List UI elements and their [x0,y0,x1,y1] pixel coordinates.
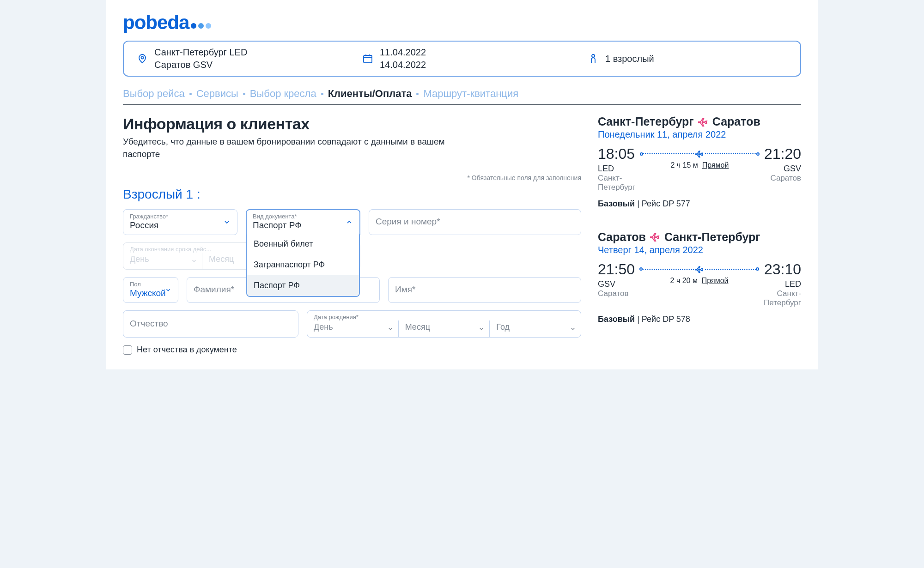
segment-date: Понедельник 11, апреля 2022 [598,129,801,140]
arrival-code: GSV [764,164,801,174]
dropdown-option-selected[interactable]: Паспорт РФ [247,275,359,296]
dob-year-select[interactable]: Год [489,320,581,337]
logo-dot-icon [206,23,211,29]
segment-date: Четверг 14, апреля 2022 [598,245,801,255]
flight-segment: Саратов Санкт-Петербург Четверг 14, апре… [598,230,801,324]
field-label: Дата рождения* [307,311,581,320]
search-to: Саратов GSV [154,60,247,70]
checkbox-icon [123,345,132,355]
stops-link[interactable]: Прямой [702,161,729,169]
fare-name: Базовый [598,199,635,208]
document-type-dropdown: Военный билет Загранпаспорт РФ Паспорт Р… [246,234,360,297]
crumb-step: Маршрут-квитанция [423,88,518,100]
logo-dot-icon [198,23,204,29]
plane-icon [650,231,661,242]
dropdown-option[interactable]: Военный билет [247,234,359,254]
departure-code: GSV [598,279,635,289]
search-date-out: 11.04.2022 [380,47,426,58]
route-line-icon [640,149,760,158]
required-hint: * Обязательные поля для заполнения [123,174,581,181]
search-date-back: 14.04.2022 [380,60,426,70]
gender-select[interactable]: Пол Мужской [123,277,178,303]
departure-city: Саратов [598,289,635,298]
crumb-separator-icon [189,93,192,95]
chevron-down-icon [478,326,485,332]
calendar-icon [362,53,373,64]
field-placeholder: Серия и номер* [376,217,574,227]
dob-day-select[interactable]: День [307,320,398,337]
field-value: Паспорт РФ [253,220,353,230]
field-value: Россия [130,220,231,230]
chevron-down-icon [165,287,171,293]
fare-name: Базовый [598,314,635,324]
document-type-select[interactable]: Вид документа* Паспорт РФ Военный билет … [246,209,360,235]
svg-point-0 [141,57,144,59]
segment-from-city: Санкт-Петербург [598,115,694,128]
departure-time: 18:05 [598,146,635,161]
segment-to-city: Санкт-Петербург [664,230,760,244]
document-number-input[interactable]: Серия и номер* [369,209,581,235]
departure-time: 21:50 [598,262,635,277]
firstname-input[interactable]: Имя* [388,277,581,303]
crumb-step-active: Клиенты/Оплата [328,88,412,100]
citizenship-select[interactable]: Гражданство* Россия [123,209,237,235]
svg-point-2 [592,54,595,57]
field-placeholder: Отчество [130,319,292,329]
route-line-icon [639,265,759,274]
flight-segment: Санкт-Петербург Саратов Понедельник 11, … [598,115,801,209]
crumb-step[interactable]: Выбор рейса [123,88,185,100]
search-pax: 1 взрослый [605,54,654,64]
departure-code: LED [598,164,635,174]
stops-link[interactable]: Прямой [702,277,729,284]
arrival-city: Саратов [764,174,801,183]
departure-city: Санкт-Петербург [598,174,635,193]
chevron-down-icon [223,218,231,226]
arrival-time: 21:20 [764,146,801,161]
page-title: Информация о клиентах [123,115,581,133]
no-patronymic-checkbox[interactable]: Нет отчества в документе [123,345,581,355]
plane-icon [698,116,709,127]
location-pin-icon [137,53,148,64]
dob-month-select[interactable]: Месяц [398,320,490,337]
dob-date-group: Дата рождения* День Месяц Год [307,310,581,338]
expiry-day-select: День [123,253,202,269]
arrival-city: Санкт-Петербург [764,289,801,308]
field-label: Гражданство* [130,213,231,220]
progress-breadcrumb: Выбор рейса Сервисы Выбор кресла Клиенты… [123,88,801,100]
chevron-down-icon [387,326,394,332]
checkbox-label: Нет отчества в документе [137,345,237,355]
itinerary-sidebar: Санкт-Петербург Саратов Понедельник 11, … [598,115,801,335]
search-dates-cell[interactable]: 11.04.2022 14.04.2022 [349,47,575,70]
field-placeholder: Имя* [395,284,574,295]
field-label: Вид документа* [253,213,353,220]
segment-to-city: Саратов [712,115,760,128]
logo-text: pobeda [123,13,189,32]
search-pax-cell[interactable]: 1 взрослый [575,47,800,70]
patronymic-input[interactable]: Отчество [123,310,298,338]
logo-dot-icon [191,23,196,29]
chevron-down-icon [570,326,576,332]
search-route-cell[interactable]: Санкт-Петербург LED Саратов GSV [124,47,349,70]
passenger-section-title: Взрослый 1 : [123,187,581,202]
flight-duration: 2 ч 20 м [670,277,698,284]
crumb-separator-icon [416,93,419,95]
crumb-step[interactable]: Выбор кресла [250,88,316,100]
flight-number: Рейс DP 577 [642,199,690,208]
crumb-separator-icon [243,93,245,95]
search-summary-bar[interactable]: Санкт-Петербург LED Саратов GSV 11.04.20… [123,41,801,77]
chevron-down-icon [191,258,197,264]
page-subtitle: Убедитесь, что данные в вашем бронирован… [123,136,456,160]
divider [598,220,801,220]
divider [123,104,801,105]
person-icon [588,53,599,64]
crumb-step[interactable]: Сервисы [196,88,238,100]
flight-number: Рейс DP 578 [642,314,690,324]
flight-duration: 2 ч 15 м [670,161,698,169]
crumb-separator-icon [321,93,323,95]
dropdown-option[interactable]: Загранпаспорт РФ [247,254,359,275]
search-from: Санкт-Петербург LED [154,47,247,58]
chevron-up-icon [346,218,353,226]
segment-from-city: Саратов [598,230,646,244]
logo[interactable]: pobeda [123,13,801,32]
svg-rect-1 [364,55,372,63]
